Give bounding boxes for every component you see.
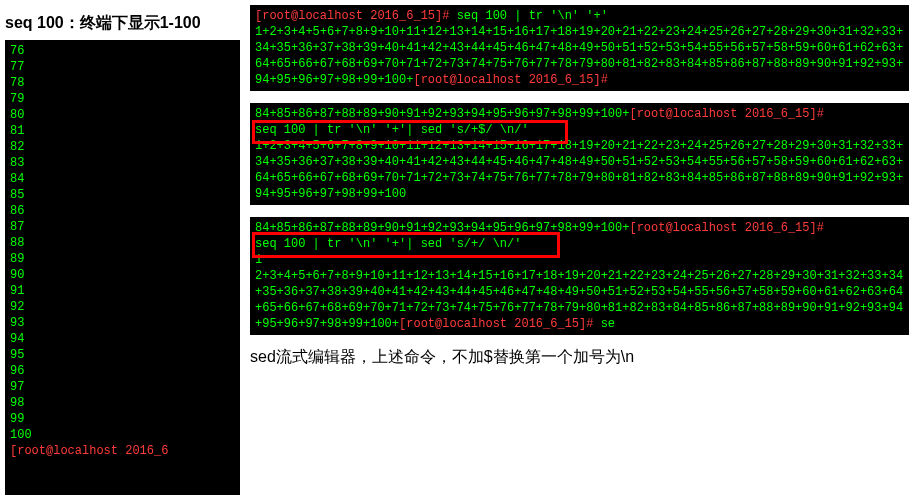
t3-prompt2: [root@localhost 2016_6_15]# bbox=[399, 317, 601, 331]
t1-prompt2: [root@localhost 2016_6_15]# bbox=[413, 73, 607, 87]
t3-tail: se bbox=[601, 317, 615, 331]
t3-cmd: seq 100 | tr '\n' '+'| sed 's/+/ \n/' bbox=[255, 237, 521, 251]
t2-output: 1+2+3+4+5+6+7+8+9+10+11+12+13+14+15+16+1… bbox=[255, 139, 903, 201]
prompt-partial: [root@localhost 2016_6 bbox=[10, 444, 168, 458]
seq-output-numbers: 76 77 78 79 80 81 82 83 84 85 86 87 88 8… bbox=[10, 44, 32, 442]
t2-pre-prompt: [root@localhost 2016_6_15]# bbox=[629, 107, 823, 121]
left-caption: seq 100：终端下显示1-100 bbox=[5, 13, 240, 34]
terminal-3: 84+85+86+87+88+89+90+91+92+93+94+95+96+9… bbox=[250, 217, 909, 335]
t1-prompt: [root@localhost 2016_6_15]# bbox=[255, 9, 457, 23]
t2-cmd: seq 100 | tr '\n' '+'| sed 's/+$/ \n/' bbox=[255, 123, 529, 137]
terminal-1: [root@localhost 2016_6_15]# seq 100 | tr… bbox=[250, 5, 909, 91]
t1-cmd: seq 100 | tr '\n' '+' bbox=[457, 9, 608, 23]
t3-preline: 84+85+86+87+88+89+90+91+92+93+94+95+96+9… bbox=[255, 221, 629, 235]
terminal-2: 84+85+86+87+88+89+90+91+92+93+94+95+96+9… bbox=[250, 103, 909, 205]
t3-pre-prompt: [root@localhost 2016_6_15]# bbox=[629, 221, 823, 235]
t2-preline: 84+85+86+87+88+89+90+91+92+93+94+95+96+9… bbox=[255, 107, 629, 121]
t3-out-line1: 1 bbox=[255, 253, 262, 267]
sed-note: sed流式编辑器，上述命令，不加$替换第一个加号为\n bbox=[250, 347, 909, 368]
terminal-left: 76 77 78 79 80 81 82 83 84 85 86 87 88 8… bbox=[5, 40, 240, 495]
